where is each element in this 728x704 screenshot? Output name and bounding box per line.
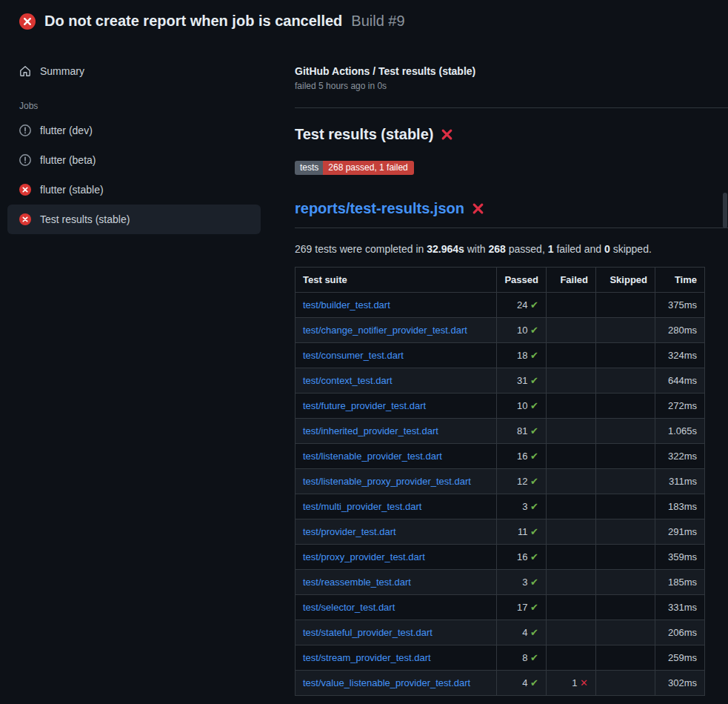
suite-cell: test/stream_provider_test.dart [295, 645, 497, 671]
result-row: test/change_notifier_provider_test.dart1… [295, 318, 705, 343]
suite-link[interactable]: test/builder_test.dart [303, 299, 390, 311]
run-title: Do not create report when job is cancell… [44, 13, 342, 30]
failed-x-icon [441, 128, 453, 141]
time-cell: 644ms [655, 368, 705, 393]
sidebar-item-label: Test results (stable) [40, 212, 130, 227]
suite-cell: test/context_test.dart [295, 368, 497, 393]
skipped-cell [596, 595, 655, 620]
report-heading: reports/test-results.json [295, 200, 728, 228]
result-row: test/consumer_test.dart18 ✔324ms [295, 343, 705, 368]
summary-failed-count: 1 [548, 243, 554, 255]
scrollbar-thumb[interactable] [723, 193, 727, 228]
sidebar-item-label: flutter (beta) [40, 153, 96, 167]
passed-cell: 17 ✔ [497, 595, 547, 620]
suite-cell: test/listenable_provider_test.dart [295, 444, 497, 469]
sidebar-item-flutter-stable[interactable]: flutter (stable) [7, 175, 261, 205]
suite-link[interactable]: test/listenable_proxy_provider_test.dart [303, 476, 471, 487]
suite-link[interactable]: test/inherited_provider_test.dart [303, 425, 438, 436]
alert-circle-icon [19, 124, 31, 136]
suite-cell: test/consumer_test.dart [295, 343, 497, 368]
section-title-text: Test results (stable) [295, 126, 433, 143]
home-icon [19, 65, 31, 77]
check-icon: ✔ [530, 551, 538, 562]
check-icon: ✔ [530, 677, 538, 688]
sidebar-item-label: flutter (stable) [40, 182, 104, 197]
time-cell: 302ms [655, 671, 705, 696]
check-icon: ✔ [530, 526, 538, 537]
divider [295, 107, 728, 108]
suite-link[interactable]: test/stream_provider_test.dart [303, 652, 431, 663]
summary-sentence: 269 tests were completed in 32.964s with… [295, 243, 728, 255]
suite-link[interactable]: test/context_test.dart [303, 375, 393, 386]
result-row: test/listenable_proxy_provider_test.dart… [295, 469, 705, 494]
failed-cell [547, 419, 596, 444]
result-row: test/context_test.dart31 ✔644ms [295, 368, 705, 393]
skipped-cell [596, 494, 655, 519]
failed-cell [547, 343, 596, 368]
failed-cell [547, 469, 596, 494]
suite-cell: test/stateful_provider_test.dart [295, 620, 497, 645]
result-row: test/value_listenable_provider_test.dart… [295, 671, 705, 696]
skipped-cell [596, 469, 655, 494]
jobs-list: flutter (dev)flutter (beta)flutter (stab… [7, 116, 261, 234]
suite-link[interactable]: test/future_provider_test.dart [303, 400, 426, 411]
time-cell: 375ms [655, 293, 705, 318]
time-cell: 331ms [655, 595, 705, 620]
passed-cell: 4 ✔ [497, 620, 547, 645]
breadcrumb: GitHub Actions / Test results (stable) [295, 65, 728, 77]
time-cell: 206ms [655, 620, 705, 645]
suite-link[interactable]: test/change_notifier_provider_test.dart [303, 325, 467, 336]
build-number: Build #9 [351, 13, 404, 30]
failed-x-icon [472, 202, 484, 215]
suite-link[interactable]: test/provider_test.dart [303, 526, 396, 537]
suite-link[interactable]: test/reassemble_test.dart [303, 577, 411, 588]
sidebar-item-label: Summary [40, 64, 84, 79]
failed-cell [547, 393, 596, 419]
layout: Summary Jobs flutter (dev)flutter (beta)… [0, 37, 728, 696]
run-meta: failed 5 hours ago in 0s [295, 81, 728, 91]
check-icon: ✔ [530, 299, 538, 311]
sidebar-item-summary[interactable]: Summary [7, 56, 261, 86]
check-icon: ✔ [530, 577, 538, 588]
suite-link[interactable]: test/selector_test.dart [303, 602, 395, 613]
result-row: test/inherited_provider_test.dart81 ✔1.0… [295, 419, 705, 444]
time-cell: 183ms [655, 494, 705, 519]
time-cell: 322ms [655, 444, 705, 469]
report-link[interactable]: reports/test-results.json [295, 200, 464, 217]
sidebar-item-test-results-stable[interactable]: Test results (stable) [7, 205, 261, 234]
passed-cell: 16 ✔ [497, 545, 547, 570]
check-icon: ✔ [530, 425, 538, 436]
main-content: GitHub Actions / Test results (stable) f… [274, 37, 728, 696]
sidebar-item-label: flutter (dev) [40, 123, 93, 138]
passed-cell: 31 ✔ [497, 368, 547, 393]
checks-page: Do not create report when job is cancell… [0, 0, 728, 704]
result-row: test/selector_test.dart17 ✔331ms [295, 595, 705, 620]
suite-link[interactable]: test/consumer_test.dart [303, 350, 404, 361]
skipped-cell [596, 393, 655, 419]
summary-part: 269 tests were completed in [295, 243, 427, 255]
alert-circle-icon [19, 154, 31, 166]
suite-link[interactable]: test/stateful_provider_test.dart [303, 627, 433, 638]
summary-skipped-count: 0 [604, 243, 610, 255]
failed-cell [547, 444, 596, 469]
suite-link[interactable]: test/proxy_provider_test.dart [303, 551, 425, 562]
time-cell: 359ms [655, 545, 705, 570]
suite-link[interactable]: test/multi_provider_test.dart [303, 501, 421, 512]
suite-link[interactable]: test/value_listenable_provider_test.dart [303, 677, 470, 688]
time-cell: 272ms [655, 393, 705, 419]
result-row: test/stream_provider_test.dart8 ✔259ms [295, 645, 705, 671]
failed-cell [547, 595, 596, 620]
suite-cell: test/reassemble_test.dart [295, 570, 497, 595]
passed-cell: 12 ✔ [497, 469, 547, 494]
failed-cell [547, 519, 596, 545]
sidebar-item-flutter-beta[interactable]: flutter (beta) [7, 145, 261, 175]
check-icon: ✔ [530, 627, 538, 638]
sidebar-item-flutter-dev[interactable]: flutter (dev) [7, 116, 261, 145]
result-row: test/reassemble_test.dart3 ✔185ms [295, 570, 705, 595]
time-cell: 311ms [655, 469, 705, 494]
failed-cell [547, 368, 596, 393]
failed-cell [547, 620, 596, 645]
skipped-cell [596, 620, 655, 645]
result-row: test/future_provider_test.dart10 ✔272ms [295, 393, 705, 419]
suite-link[interactable]: test/listenable_provider_test.dart [303, 451, 442, 462]
